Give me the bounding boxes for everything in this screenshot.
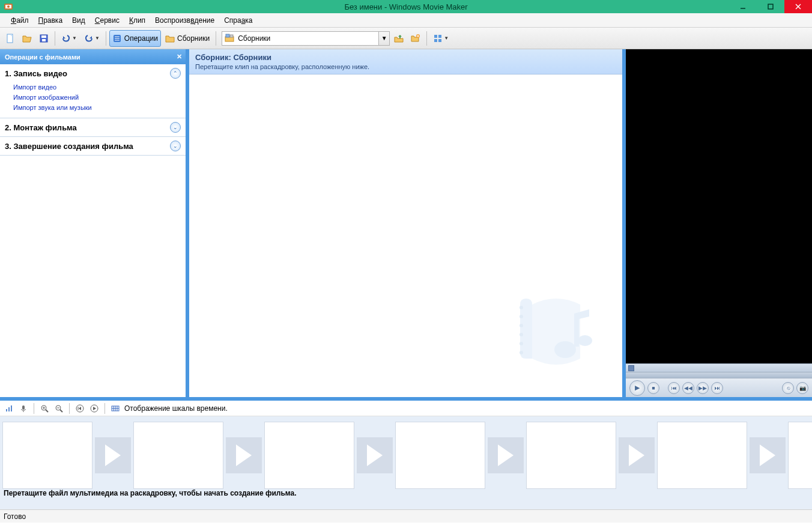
- svg-rect-35: [11, 405, 12, 411]
- storyboard-frame[interactable]: [264, 422, 354, 489]
- storyboard-frame[interactable]: [657, 422, 747, 489]
- storyboard-frame[interactable]: [2, 422, 92, 489]
- play-timeline-button[interactable]: [89, 403, 100, 414]
- menu-play[interactable]: Воспроизввдение: [150, 15, 219, 26]
- storyboard-frame[interactable]: [788, 422, 812, 489]
- svg-rect-36: [22, 405, 25, 410]
- chevron-down-icon: ▼: [95, 35, 100, 41]
- tasks-pane-close-icon[interactable]: ✕: [177, 53, 182, 61]
- rewind-button[interactable]: [74, 403, 85, 414]
- prev-frame-button[interactable]: ◀◀: [682, 382, 694, 394]
- chevron-down-icon: ▼: [444, 35, 449, 41]
- preview-info-bar: [626, 363, 812, 372]
- zoom-in-button[interactable]: [39, 403, 50, 414]
- storyboard-transition[interactable]: [226, 437, 262, 473]
- task-section-edit-header[interactable]: 2. Монтаж фильма ⌄: [5, 122, 181, 133]
- storyboard-transition[interactable]: [357, 437, 393, 473]
- storyboard-transition[interactable]: [488, 437, 524, 473]
- svg-point-25: [520, 306, 523, 309]
- tasks-button-label: Операции: [124, 34, 158, 43]
- snapshot-button[interactable]: 📷: [796, 382, 808, 394]
- storyboard-frame[interactable]: [526, 422, 616, 489]
- undo-button[interactable]: ▼: [58, 30, 80, 47]
- task-section-title: 2. Монтаж фильма: [5, 123, 77, 132]
- minimize-button[interactable]: [729, 0, 757, 13]
- svg-rect-9: [41, 35, 46, 38]
- svg-line-43: [60, 410, 62, 412]
- task-section-edit: 2. Монтаж фильма ⌄: [0, 118, 186, 137]
- svg-rect-22: [438, 35, 441, 38]
- storyboard-transition[interactable]: [619, 437, 655, 473]
- expand-icon[interactable]: [628, 365, 634, 371]
- task-section-title: 1. Запись видео: [5, 69, 67, 78]
- menu-help[interactable]: Спраака: [219, 15, 257, 26]
- task-link-import-audio[interactable]: Импорт звука или музыки: [13, 103, 181, 113]
- task-link-import-video[interactable]: Импорт видео: [13, 82, 181, 93]
- view-mode-button[interactable]: ▼: [430, 30, 452, 47]
- svg-rect-21: [434, 35, 437, 38]
- menu-edit[interactable]: Правка: [34, 15, 68, 26]
- prev-clip-button[interactable]: ⏮: [668, 382, 680, 394]
- collection-subtitle: Перетащите клип на раскадровку, располож…: [195, 63, 616, 70]
- chevron-down-icon: ▼: [72, 35, 77, 41]
- tasks-pane: Операции с фильмами ✕ 1. Запись видео ⌃ …: [0, 49, 186, 397]
- stop-button[interactable]: ■: [647, 382, 659, 394]
- storyboard-frame[interactable]: [133, 422, 223, 489]
- svg-point-27: [520, 324, 523, 327]
- collection-body[interactable]: [189, 74, 622, 397]
- new-folder-button[interactable]: [408, 30, 423, 47]
- task-link-import-images[interactable]: Импорт изображений: [13, 93, 181, 103]
- save-button[interactable]: [36, 30, 52, 47]
- collections-combo[interactable]: ▼: [222, 31, 390, 46]
- svg-rect-4: [768, 4, 773, 9]
- collections-button[interactable]: Сборники: [162, 30, 213, 47]
- timeline-toggle-label[interactable]: Отображение шкалы времени.: [124, 404, 228, 413]
- collections-button-label: Сборники: [177, 34, 210, 43]
- task-section-finish: 3. Завершение создания фильма ⌄: [0, 137, 186, 156]
- combo-dropdown-button[interactable]: ▼: [378, 32, 389, 45]
- play-button[interactable]: ▶: [629, 380, 645, 396]
- storyboard-frame[interactable]: [395, 422, 485, 489]
- next-clip-button[interactable]: ⏭: [711, 382, 723, 394]
- svg-point-30: [520, 351, 523, 354]
- zoom-out-button[interactable]: [53, 403, 64, 414]
- preview-controls: ▶ ■ ⏮ ◀◀ ▶▶ ⏭ ⎋ 📷: [626, 378, 812, 397]
- task-section-title: 3. Завершение создания фильма: [5, 142, 133, 151]
- menu-view[interactable]: Вид: [67, 15, 90, 26]
- svg-point-31: [554, 341, 576, 358]
- watermark-icon: [502, 281, 610, 391]
- split-button[interactable]: ⎋: [782, 382, 794, 394]
- narrate-button[interactable]: [18, 403, 29, 414]
- preview-seek-bar[interactable]: [626, 372, 812, 378]
- audio-levels-button[interactable]: [4, 403, 14, 414]
- svg-point-32: [578, 335, 592, 346]
- new-button[interactable]: [2, 30, 18, 47]
- timeline-view-icon[interactable]: [110, 403, 121, 414]
- tasks-button[interactable]: Операции: [109, 30, 161, 47]
- svg-rect-10: [42, 39, 46, 41]
- close-button[interactable]: [784, 0, 812, 13]
- storyboard[interactable]: Перетащите файл мультимедиа на раскадров…: [0, 416, 812, 509]
- collection-title: Сборник: Сборники: [195, 53, 616, 62]
- task-section-capture-header[interactable]: 1. Запись видео ⌃: [5, 68, 181, 79]
- open-button[interactable]: [19, 30, 35, 47]
- timeline-toolbar: Отображение шкалы времени.: [0, 401, 812, 416]
- task-section-finish-header[interactable]: 3. Завершение создания фильма ⌄: [5, 141, 181, 151]
- redo-button[interactable]: ▼: [81, 30, 103, 47]
- svg-rect-17: [230, 35, 233, 37]
- up-level-button[interactable]: [391, 30, 407, 47]
- next-frame-button[interactable]: ▶▶: [697, 382, 709, 394]
- chevron-down-icon: ⌄: [170, 122, 181, 133]
- menu-service[interactable]: Сервис: [90, 15, 124, 26]
- storyboard-transition[interactable]: [95, 437, 131, 473]
- storyboard-transition[interactable]: [750, 437, 786, 473]
- app-icon: [4, 2, 13, 11]
- collections-combo-input[interactable]: [238, 32, 378, 44]
- menu-clip[interactable]: Клип: [124, 15, 150, 26]
- preview-screen: [626, 49, 812, 363]
- menu-file[interactable]: Файл: [6, 15, 34, 26]
- tasks-pane-header: Операции с фильмами ✕: [0, 49, 186, 64]
- maximize-button[interactable]: [757, 0, 784, 13]
- title-bar: Без имени - Windows Movie Maker: [0, 0, 812, 13]
- svg-rect-23: [434, 39, 437, 42]
